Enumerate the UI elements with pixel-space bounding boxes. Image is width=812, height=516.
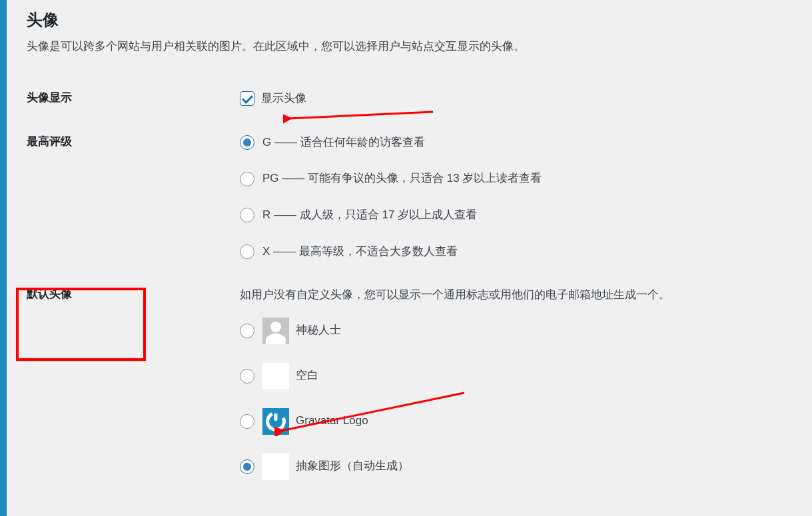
- rating-radio-g[interactable]: [240, 135, 254, 150]
- rating-radio-x[interactable]: [240, 244, 254, 259]
- avatar-display-label: 头像显示: [27, 82, 240, 126]
- avatar-text-identicon: 抽象图形（自动生成）: [296, 456, 409, 477]
- mystery-avatar-icon: [262, 318, 289, 344]
- avatar-radio-mystery[interactable]: [240, 324, 254, 338]
- section-title: 头像: [27, 9, 812, 31]
- avatar-display-row: 头像显示 显示头像: [27, 82, 812, 126]
- avatar-radio-identicon[interactable]: [240, 459, 254, 474]
- avatar-text-blank: 空白: [296, 366, 318, 386]
- blank-avatar-icon: [262, 363, 289, 389]
- settings-content: 头像 头像是可以跨多个网站与用户相关联的图片。在此区域中，您可以选择用户与站点交…: [27, 0, 812, 515]
- rating-radio-r[interactable]: [240, 208, 254, 222]
- rating-option-pg[interactable]: PG —— 可能有争议的头像，只适合 13 岁以上读者查看: [240, 168, 805, 189]
- rating-text-g: G —— 适合任何年龄的访客查看: [262, 132, 425, 153]
- section-description: 头像是可以跨多个网站与用户相关联的图片。在此区域中，您可以选择用户与站点交互显示…: [27, 37, 812, 55]
- avatar-option-identicon[interactable]: 抽象图形（自动生成）: [240, 453, 805, 480]
- sidebar-edge: [0, 0, 7, 516]
- avatar-option-blank[interactable]: 空白: [240, 363, 805, 389]
- show-avatar-label: 显示头像: [261, 89, 306, 109]
- rating-label: 最高评级: [27, 126, 240, 278]
- avatar-radio-gravatar[interactable]: [240, 414, 254, 429]
- rating-text-pg: PG —— 可能有争议的头像，只适合 13 岁以上读者查看: [262, 168, 542, 189]
- avatar-option-mystery[interactable]: 神秘人士: [240, 318, 805, 344]
- show-avatar-checkbox[interactable]: [240, 91, 254, 106]
- avatar-text-mystery: 神秘人士: [296, 320, 341, 341]
- rating-text-r: R —— 成人级，只适合 17 岁以上成人查看: [262, 205, 477, 226]
- sidebar-notch: [0, 60, 7, 73]
- rating-option-g[interactable]: G —— 适合任何年龄的访客查看: [240, 132, 805, 153]
- avatar-radio-blank[interactable]: [240, 369, 254, 384]
- avatar-display-checkbox-row[interactable]: 显示头像: [240, 89, 805, 109]
- rating-row: 最高评级 G —— 适合任何年龄的访客查看 PG —— 可能有争议的头像，只适合…: [27, 126, 812, 278]
- rating-option-x[interactable]: X —— 最高等级，不适合大多数人查看: [240, 242, 805, 262]
- default-avatar-description: 如用户没有自定义头像，您可以显示一个通用标志或用他们的电子邮箱地址生成一个。: [240, 285, 805, 306]
- annotation-highlight-box: [16, 288, 146, 361]
- avatar-text-gravatar: Gravatar Logo: [296, 411, 368, 431]
- rating-option-r[interactable]: R —— 成人级，只适合 17 岁以上成人查看: [240, 205, 805, 226]
- gravatar-logo-icon: [262, 408, 289, 435]
- identicon-avatar-icon: [262, 453, 289, 480]
- rating-radio-pg[interactable]: [240, 172, 254, 186]
- rating-text-x: X —— 最高等级，不适合大多数人查看: [262, 242, 458, 262]
- avatar-option-gravatar[interactable]: Gravatar Logo: [240, 408, 805, 435]
